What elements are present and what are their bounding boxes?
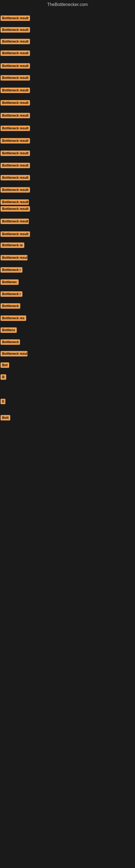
bottleneck-item[interactable]: Bot	[1, 362, 9, 369]
bottleneck-item[interactable]: Bottlens	[1, 328, 17, 334]
bottleneck-badge[interactable]: Bottleneck result	[1, 151, 30, 156]
bottleneck-badge[interactable]: Bottleneck result	[1, 199, 29, 205]
bottleneck-item[interactable]: Bottleneck result	[1, 206, 30, 213]
bottleneck-item[interactable]: Bottleneck result	[1, 231, 30, 238]
bottleneck-badge[interactable]: Bottleneck result	[1, 255, 28, 260]
bottleneck-item[interactable]: Bottlenec	[1, 279, 18, 286]
bottleneck-badge[interactable]: Bottleneck result	[1, 163, 30, 168]
bottleneck-item[interactable]: Bottleneck result	[1, 219, 29, 225]
bottleneck-item[interactable]: Bottleneck result	[1, 138, 30, 145]
bottleneck-badge[interactable]: Bottleneck result	[1, 51, 30, 56]
bottleneck-badge[interactable]: Bottleneck r	[1, 267, 22, 273]
bottleneck-badge[interactable]: Bottleneck result	[1, 113, 30, 118]
bottleneck-badge[interactable]: Bottleneck result	[1, 187, 30, 193]
bottleneck-badge[interactable]: Bottleneck result	[1, 75, 30, 81]
bottleneck-item[interactable]: Bottleneck result	[1, 63, 30, 70]
bottleneck-item[interactable]: Bottleneck result	[1, 51, 30, 57]
bottleneck-item[interactable]: E	[1, 399, 5, 405]
bottleneck-badge[interactable]: Bottleneck result	[1, 39, 30, 44]
bottleneck-badge[interactable]: Bottleneck result	[1, 206, 30, 212]
bottleneck-badge[interactable]: Bottleneck res	[1, 315, 26, 321]
bottleneck-item[interactable]: Bottleneck result	[1, 16, 30, 22]
bottleneck-item[interactable]: Bottleneck r	[1, 267, 22, 274]
bottleneck-badge[interactable]: Bottleneck r	[1, 291, 22, 297]
bottleneck-badge[interactable]: Bottleneck	[1, 339, 20, 345]
bottleneck-badge[interactable]: B	[1, 374, 6, 380]
bottleneck-badge[interactable]: Bottleneck result	[1, 138, 30, 144]
bottleneck-item[interactable]: Bottleneck result	[1, 255, 28, 261]
bottleneck-item[interactable]: Bottleneck result	[1, 27, 30, 34]
bottleneck-badge[interactable]: Bottleneck result	[1, 351, 28, 356]
bottleneck-item[interactable]: Bottleneck result	[1, 163, 30, 169]
bottleneck-item[interactable]: Bottleneck result	[1, 39, 30, 45]
bottleneck-item[interactable]: Bottleneck result	[1, 199, 29, 206]
bottleneck-item[interactable]: Bottleneck result	[1, 88, 30, 94]
bottleneck-item[interactable]: B	[1, 374, 6, 381]
bottleneck-item[interactable]: Bottleneck result	[1, 113, 30, 119]
bottleneck-badge[interactable]: Bott	[1, 415, 10, 421]
bottleneck-badge[interactable]: Bottlenec	[1, 279, 18, 285]
bottleneck-badge[interactable]: Bottleneck	[1, 303, 20, 309]
bottleneck-item[interactable]: Bottleneck result	[1, 351, 28, 358]
bottleneck-badge[interactable]: Bot	[1, 362, 9, 368]
bottleneck-badge[interactable]: Bottleneck result	[1, 16, 30, 21]
bottleneck-item[interactable]: Bottleneck result	[1, 126, 30, 132]
bottleneck-item[interactable]: Bottleneck result	[1, 175, 30, 182]
bottleneck-item[interactable]: Bottleneck r	[1, 291, 22, 298]
bottleneck-badge[interactable]: Bottleneck result	[1, 63, 30, 69]
bottleneck-badge[interactable]: Bottleneck result	[1, 88, 30, 93]
bottleneck-item[interactable]: Bottleneck res	[1, 315, 26, 322]
site-title: TheBottlenecker.com	[0, 0, 135, 8]
bottleneck-badge[interactable]: Bottleneck result	[1, 231, 30, 237]
bottleneck-badge[interactable]: E	[1, 399, 5, 404]
bottleneck-badge[interactable]: Bottleneck result	[1, 27, 30, 33]
bottleneck-item[interactable]: Bott	[1, 415, 10, 422]
bottleneck-item[interactable]: Bottleneck re	[1, 243, 24, 249]
bottleneck-item[interactable]: Bottleneck result	[1, 75, 30, 82]
bottleneck-badge[interactable]: Bottleneck result	[1, 126, 30, 131]
bottleneck-badge[interactable]: Bottleneck result	[1, 219, 29, 224]
bottleneck-item[interactable]: Bottleneck result	[1, 100, 30, 106]
bottleneck-item[interactable]: Bottleneck	[1, 339, 20, 346]
bottleneck-item[interactable]: Bottleneck	[1, 303, 20, 310]
bottleneck-badge[interactable]: Bottleneck result	[1, 175, 30, 180]
bottleneck-item[interactable]: Bottleneck result	[1, 187, 30, 194]
bottleneck-badge[interactable]: Bottleneck result	[1, 100, 30, 105]
bottleneck-badge[interactable]: Bottleneck re	[1, 243, 24, 248]
bottleneck-item[interactable]: Bottleneck result	[1, 151, 30, 157]
bottleneck-badge[interactable]: Bottlens	[1, 328, 17, 333]
